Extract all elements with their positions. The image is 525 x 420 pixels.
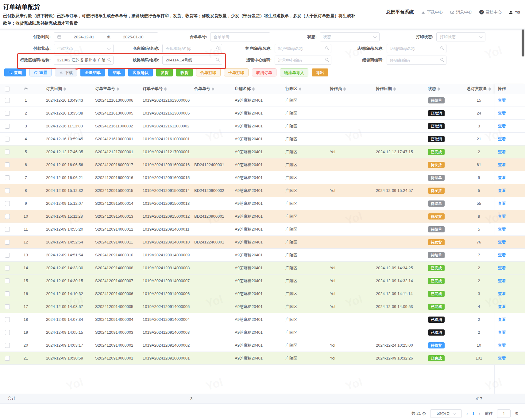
row-checkbox[interactable] [5, 304, 10, 309]
view-link[interactable]: 查看 [498, 253, 506, 257]
view-link[interactable]: 查看 [498, 111, 506, 115]
view-link[interactable]: 查看 [498, 162, 506, 167]
message-center-link[interactable]: 消息中心 [450, 10, 472, 15]
reset-button[interactable]: 重置 [29, 68, 52, 76]
prev-page-button[interactable]: ‹ [466, 411, 468, 416]
mail-icon [450, 10, 454, 14]
header-merge-no[interactable]: 合单单号 [191, 84, 232, 94]
row-checkbox[interactable] [5, 227, 10, 232]
op-center-input[interactable] [275, 56, 331, 65]
service-confirm-button[interactable]: 客服确认 [128, 68, 153, 76]
goto-page-input[interactable] [497, 409, 511, 418]
column-settings-button[interactable] [15, 84, 37, 94]
select-all-checkbox[interactable] [5, 87, 10, 91]
row-checkbox[interactable] [5, 317, 10, 322]
view-link[interactable]: 查看 [498, 188, 506, 193]
header-total-qty[interactable]: 总订货数量 [463, 84, 495, 94]
header-operator[interactable]: 操作员 [327, 84, 373, 94]
row-checkbox[interactable] [5, 162, 10, 167]
help-center-link[interactable]: ? 帮助中心 [479, 10, 501, 15]
district-input[interactable] [54, 56, 114, 65]
header-order-date[interactable]: 订货日期 [37, 84, 92, 94]
row-checkbox[interactable] [5, 137, 10, 142]
cell-opdate: 2024-12-09 14:32:14 [373, 274, 425, 287]
row-checkbox[interactable] [5, 214, 10, 219]
view-link[interactable]: 查看 [498, 137, 506, 141]
row-checkbox[interactable] [5, 98, 10, 103]
view-link[interactable]: 查看 [498, 124, 506, 128]
view-link[interactable]: 查看 [498, 201, 506, 206]
query-button[interactable]: 查询 [4, 68, 26, 76]
cell-merge [191, 339, 232, 352]
row-checkbox[interactable] [5, 330, 10, 335]
row-checkbox[interactable] [5, 253, 10, 258]
cell-status: 已完成 [425, 146, 463, 158]
view-link[interactable]: 查看 [498, 343, 506, 348]
warehouse-input[interactable] [162, 44, 222, 53]
row-checkbox[interactable] [5, 188, 10, 193]
ship-button[interactable]: 发货 [156, 68, 173, 76]
row-checkbox[interactable] [5, 343, 10, 348]
view-link[interactable]: 查看 [498, 330, 506, 335]
pay-time-range-input[interactable]: 2024-12-01 至 2025-01-10 [54, 32, 158, 41]
shop-input[interactable] [387, 44, 446, 53]
merge-no-input[interactable] [210, 32, 270, 41]
row-checkbox[interactable] [5, 356, 10, 361]
user-menu[interactable]: Yol [509, 10, 520, 14]
cancel-order-button[interactable]: 取消订单 [252, 68, 276, 76]
row-checkbox[interactable] [5, 150, 10, 154]
row-checkbox[interactable] [5, 240, 10, 245]
view-link[interactable]: 查看 [498, 150, 506, 154]
row-checkbox[interactable] [5, 175, 10, 180]
view-link[interactable]: 查看 [498, 304, 506, 309]
view-link[interactable]: 查看 [498, 266, 506, 270]
receive-button[interactable]: 收货 [176, 68, 193, 76]
view-link[interactable]: 查看 [498, 356, 506, 360]
download-center-link[interactable]: 下载中心 [421, 10, 443, 15]
view-link[interactable]: 查看 [498, 317, 506, 322]
row-checkbox[interactable] [5, 111, 10, 116]
customer-input[interactable] [275, 44, 331, 53]
page-size-select[interactable]: 50条/页 [430, 409, 462, 418]
merge-print-button[interactable]: 合单打印 [196, 68, 221, 76]
row-checkbox[interactable] [5, 278, 10, 283]
sub-print-button[interactable]: 子单打印 [224, 68, 249, 76]
view-link[interactable]: 查看 [498, 227, 506, 231]
cell-main: S2024120914000002 [92, 339, 140, 352]
vertical-scrollbar[interactable] [522, 29, 524, 56]
header-district[interactable]: 行政区 [282, 84, 327, 94]
row-checkbox[interactable] [5, 201, 10, 206]
print-status-select[interactable]: 打印状态 [436, 32, 485, 41]
route-input[interactable] [162, 56, 222, 65]
download-button[interactable]: 下载 [55, 68, 77, 76]
cell-merge [191, 352, 232, 365]
header-sub-order-no[interactable]: 订单子单号 [140, 84, 191, 94]
header-main-order-no[interactable]: 订单主单号 [92, 84, 140, 94]
logistics-import-button[interactable]: 物流单导入 [280, 68, 308, 76]
export-button[interactable]: 导出 [312, 68, 328, 76]
cell-opdate [373, 249, 425, 262]
view-link[interactable]: 查看 [498, 98, 506, 103]
orders-table: 订货日期 订单主单号 订单子单号 合单单号 店铺名称 行政区 操作员 操作日期 … [0, 84, 525, 365]
row-index: 5 [15, 146, 37, 158]
settle-button[interactable]: 结单 [108, 68, 125, 76]
header-op-date[interactable]: 操作日期 [373, 84, 425, 94]
status-select[interactable]: 状态 [320, 32, 380, 41]
header-status[interactable]: 状态 [425, 84, 463, 94]
view-link[interactable]: 查看 [498, 214, 506, 219]
row-checkbox[interactable] [5, 291, 10, 296]
full-settle-button[interactable]: 全量结单 [80, 68, 105, 76]
view-link[interactable]: 查看 [498, 240, 506, 244]
current-page[interactable]: 1 [472, 411, 474, 416]
view-link[interactable]: 查看 [498, 175, 506, 180]
next-page-button[interactable]: › [479, 411, 481, 416]
header-shop-name[interactable]: 店铺名称 [232, 84, 282, 94]
pay-status-select[interactable]: 付款状态 [54, 44, 114, 53]
cell-order-date: 2024-12-09 14:52:54 [37, 236, 92, 249]
view-link[interactable]: 查看 [498, 291, 506, 296]
dealer-input[interactable] [387, 56, 446, 65]
table-row: 142024-12-09 14:33:30S202412091400000810… [0, 262, 525, 274]
view-link[interactable]: 查看 [498, 278, 506, 283]
row-checkbox[interactable] [5, 266, 10, 270]
row-checkbox[interactable] [5, 124, 10, 129]
